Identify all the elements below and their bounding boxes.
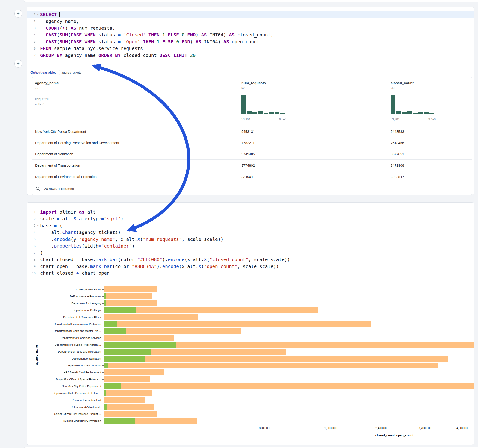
histogram-bar <box>280 113 285 114</box>
x-axis-tick-label: 0 <box>103 427 104 430</box>
code-text: CAST(SUM(CASE WHEN status = 'Open' THEN … <box>40 39 259 44</box>
code-line[interactable]: 4 alt.Chart(agency_tickets) <box>27 229 474 236</box>
table-cell[interactable]: 2222847 <box>391 171 404 182</box>
line-number: 6 <box>27 244 36 248</box>
add-cell-button-output[interactable]: + <box>14 60 22 68</box>
column-meta-unique: unique: 20 <box>35 98 48 101</box>
chart-plot <box>104 286 474 424</box>
table-row[interactable]: Department of Sanitation37494853677651 <box>32 148 472 160</box>
histogram-bar <box>429 113 434 114</box>
column-header-num-requests: num_requests i64 53,304 9.5e6 <box>241 81 315 90</box>
code-line[interactable]: 6 .properties(width="container") <box>27 243 474 249</box>
column-name: closed_count <box>391 81 464 85</box>
table-cell[interactable]: Department of Housing Preservation and D… <box>35 137 119 148</box>
code-line[interactable]: 5 CAST(SUM(CASE WHEN status = 'Open' THE… <box>27 38 474 45</box>
x-axis-tick-label: 4,000,000 <box>456 427 469 430</box>
y-axis-label: Department of Consumer Affairs <box>63 314 101 321</box>
histogram-bar <box>424 112 429 114</box>
histogram-max: 9.5e6 <box>279 118 286 121</box>
search-icon[interactable] <box>36 187 40 191</box>
table-row[interactable]: Department of Transportation377489234719… <box>32 160 472 171</box>
table-cell[interactable]: 3471908 <box>391 160 404 171</box>
y-axis-labels: Correspondence UnitDHS Advantage Program… <box>27 286 104 424</box>
bar-open-count <box>104 300 106 306</box>
code-line[interactable]: 2scale = alt.Scale(type="sqrt") <box>27 216 474 222</box>
bar-open-count <box>104 390 106 396</box>
python-code-lines: 1import altair as alt2scale = alt.Scale(… <box>27 209 474 277</box>
x-axis-tick <box>382 424 382 426</box>
add-cell-button-top[interactable]: + <box>14 10 22 18</box>
code-line[interactable]: 3 COUNT(*) AS num_requests, <box>27 25 474 31</box>
y-axis-label: Taxi and Limousine Commission <box>63 417 101 424</box>
line-number: 3 <box>27 26 36 30</box>
line-number: 8 <box>27 258 36 261</box>
code-line[interactable]: 9chart_open = base.mark_bar(color="#8BC3… <box>27 263 474 270</box>
output-variable-badge[interactable]: agency_tickets <box>59 70 83 75</box>
table-cell[interactable]: 3749485 <box>241 148 255 160</box>
code-line[interactable]: 3∨base = ( <box>27 222 474 229</box>
x-axis-tick <box>463 424 463 426</box>
results-table: agency_name str unique: 20 nulls: 0 num_… <box>32 77 472 195</box>
histogram-bar <box>241 95 246 114</box>
x-axis-tick-label: 1,600,000 <box>324 427 337 430</box>
line-number: 6 <box>27 47 36 50</box>
y-axis-label: Department of Health and Mental Hyg… <box>54 328 101 334</box>
code-line[interactable]: 6FROM sample_data.nyc.service_requests <box>27 45 474 52</box>
histogram-bar <box>418 112 423 114</box>
code-line[interactable]: 1import altair as alt <box>27 209 474 216</box>
table-cell[interactable]: 3677651 <box>391 148 404 160</box>
bar-closed-count <box>104 404 154 410</box>
code-line[interactable]: 2 agency_name, <box>27 18 474 25</box>
histogram-closed-count <box>391 95 436 114</box>
column-dtype: i64 <box>391 87 464 90</box>
x-axis-tick <box>264 424 264 426</box>
sql-editor[interactable]: 1∨SELECT 2 agency_name,3 COUNT(*) AS num… <box>27 7 474 61</box>
bar-open-count <box>104 321 117 327</box>
line-number: 2 <box>27 217 36 221</box>
bar-closed-count <box>104 376 150 382</box>
histogram-bar <box>275 112 279 114</box>
y-axis-label: Department of Homeless Services <box>61 334 101 341</box>
bar-open-count <box>104 349 151 355</box>
code-line[interactable]: 7GROUP BY agency_name ORDER BY closed_co… <box>27 52 474 59</box>
code-line[interactable]: 1∨SELECT <box>27 11 474 18</box>
line-number: 3 <box>27 224 36 227</box>
table-cell[interactable]: 7782211 <box>241 137 255 148</box>
histogram-min: 53,304 <box>391 118 399 121</box>
code-line[interactable]: 7) <box>27 249 474 256</box>
code-text: chart_closed = base.mark_bar(color="#FFC… <box>40 257 290 262</box>
table-rows: New York City Police Department945313194… <box>32 126 472 182</box>
line-number: 5 <box>27 40 36 43</box>
previous-cell-bottom-edge <box>24 0 478 2</box>
line-number: 4 <box>27 33 36 37</box>
code-line[interactable]: 10chart_closed + chart_open <box>27 270 474 277</box>
python-editor[interactable]: 1import altair as alt2scale = alt.Scale(… <box>27 203 474 278</box>
fold-chevron-icon[interactable]: ∨ <box>36 13 40 16</box>
text-cursor <box>59 12 60 17</box>
code-line[interactable]: 5 .encode(y="agency_name", x=alt.X("num_… <box>27 236 474 243</box>
table-row[interactable]: New York City Police Department945313194… <box>32 126 472 137</box>
table-cell[interactable]: Department of Transportation <box>35 160 80 171</box>
gridline <box>264 286 264 424</box>
bar-closed-count <box>104 397 145 403</box>
table-row[interactable]: Department of Environmental Protection22… <box>32 171 472 182</box>
column-meta-nulls: nulls: 0 <box>35 103 44 106</box>
bar-open-count <box>104 307 136 313</box>
table-cell[interactable]: Department of Sanitation <box>35 148 73 160</box>
histogram-bar <box>269 112 274 114</box>
gridline <box>382 286 382 424</box>
table-row[interactable]: Department of Housing Preservation and D… <box>32 137 472 148</box>
code-text: scale = alt.Scale(type="sqrt") <box>40 216 123 221</box>
code-line[interactable]: 4 CAST(SUM(CASE WHEN status = 'Closed' T… <box>27 31 474 38</box>
table-cell[interactable]: Department of Environmental Protection <box>35 171 97 182</box>
table-cell[interactable]: New York City Police Department <box>35 126 86 137</box>
table-cell[interactable]: 9453131 <box>241 126 255 137</box>
table-cell[interactable]: 2240041 <box>241 171 255 182</box>
fold-chevron-icon[interactable]: ∨ <box>36 224 40 227</box>
table-cell[interactable]: 9443533 <box>391 126 404 137</box>
code-text: .properties(width="container") <box>40 243 134 249</box>
table-cell[interactable]: 7618456 <box>391 137 404 148</box>
line-number: 7 <box>27 251 36 255</box>
code-line[interactable]: 8chart_closed = base.mark_bar(color="#FF… <box>27 256 474 263</box>
table-cell[interactable]: 3774892 <box>241 160 255 171</box>
